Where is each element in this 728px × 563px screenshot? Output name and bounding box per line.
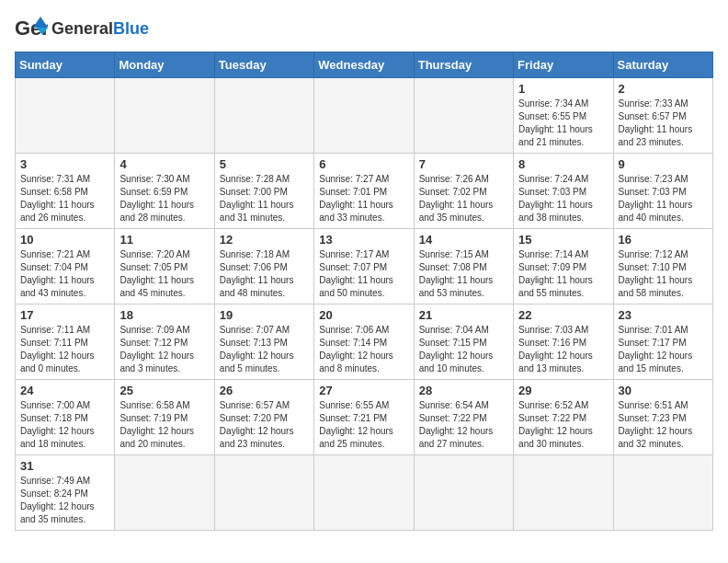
day-number: 11 bbox=[119, 233, 209, 247]
day-info: Sunrise: 6:55 AM Sunset: 7:21 PM Dayligh… bbox=[319, 399, 408, 451]
day-number: 7 bbox=[419, 157, 508, 171]
day-number: 5 bbox=[220, 157, 309, 171]
day-number: 2 bbox=[619, 82, 708, 96]
day-cell: 2Sunrise: 7:33 AM Sunset: 6:57 PM Daylig… bbox=[613, 78, 712, 154]
logo: General GeneralBlue bbox=[15, 15, 149, 42]
day-cell: 24Sunrise: 7:00 AM Sunset: 7:18 PM Dayli… bbox=[16, 380, 115, 455]
day-cell: 21Sunrise: 7:04 AM Sunset: 7:15 PM Dayli… bbox=[414, 304, 513, 380]
day-cell: 27Sunrise: 6:55 AM Sunset: 7:21 PM Dayli… bbox=[314, 380, 414, 455]
day-number: 17 bbox=[20, 308, 109, 322]
day-cell: 19Sunrise: 7:07 AM Sunset: 7:13 PM Dayli… bbox=[214, 304, 313, 380]
day-info: Sunrise: 7:17 AM Sunset: 7:07 PM Dayligh… bbox=[319, 248, 408, 300]
day-info: Sunrise: 7:04 AM Sunset: 7:15 PM Dayligh… bbox=[419, 324, 508, 375]
day-info: Sunrise: 7:14 AM Sunset: 7:09 PM Dayligh… bbox=[518, 248, 608, 300]
day-info: Sunrise: 7:49 AM Sunset: 8:24 PM Dayligh… bbox=[20, 475, 109, 526]
day-info: Sunrise: 7:07 AM Sunset: 7:13 PM Dayligh… bbox=[220, 324, 309, 375]
day-cell: 17Sunrise: 7:11 AM Sunset: 7:11 PM Dayli… bbox=[16, 304, 115, 380]
day-number: 6 bbox=[319, 157, 408, 171]
week-row-5: 24Sunrise: 7:00 AM Sunset: 7:18 PM Dayli… bbox=[16, 380, 713, 455]
day-number: 28 bbox=[419, 384, 508, 397]
day-info: Sunrise: 7:11 AM Sunset: 7:11 PM Dayligh… bbox=[20, 324, 109, 375]
weekday-header-friday: Friday bbox=[514, 52, 613, 78]
day-info: Sunrise: 6:52 AM Sunset: 7:22 PM Dayligh… bbox=[518, 399, 608, 451]
day-cell: 28Sunrise: 6:54 AM Sunset: 7:22 PM Dayli… bbox=[414, 380, 513, 455]
week-row-3: 10Sunrise: 7:21 AM Sunset: 7:04 PM Dayli… bbox=[16, 229, 713, 304]
day-cell bbox=[16, 78, 115, 154]
day-info: Sunrise: 7:34 AM Sunset: 6:55 PM Dayligh… bbox=[518, 98, 608, 149]
day-info: Sunrise: 7:09 AM Sunset: 7:12 PM Dayligh… bbox=[119, 324, 209, 375]
day-cell: 11Sunrise: 7:20 AM Sunset: 7:05 PM Dayli… bbox=[115, 229, 214, 304]
day-info: Sunrise: 7:06 AM Sunset: 7:14 PM Dayligh… bbox=[319, 324, 408, 375]
day-cell bbox=[214, 455, 313, 531]
logo-icon: General bbox=[15, 15, 48, 42]
day-cell: 30Sunrise: 6:51 AM Sunset: 7:23 PM Dayli… bbox=[613, 380, 712, 455]
day-number: 18 bbox=[119, 308, 209, 322]
day-info: Sunrise: 6:58 AM Sunset: 7:19 PM Dayligh… bbox=[119, 399, 209, 451]
day-number: 22 bbox=[518, 308, 608, 322]
week-row-2: 3Sunrise: 7:31 AM Sunset: 6:58 PM Daylig… bbox=[16, 154, 713, 229]
day-info: Sunrise: 7:12 AM Sunset: 7:10 PM Dayligh… bbox=[619, 248, 708, 300]
day-cell bbox=[514, 455, 613, 531]
day-number: 8 bbox=[518, 157, 608, 171]
calendar: SundayMondayTuesdayWednesdayThursdayFrid… bbox=[15, 52, 713, 531]
day-info: Sunrise: 7:00 AM Sunset: 7:18 PM Dayligh… bbox=[20, 399, 109, 451]
day-cell bbox=[414, 78, 513, 154]
weekday-header-row: SundayMondayTuesdayWednesdayThursdayFrid… bbox=[16, 52, 713, 78]
day-cell: 6Sunrise: 7:27 AM Sunset: 7:01 PM Daylig… bbox=[314, 154, 414, 229]
day-info: Sunrise: 7:31 AM Sunset: 6:58 PM Dayligh… bbox=[20, 173, 109, 224]
day-info: Sunrise: 7:27 AM Sunset: 7:01 PM Dayligh… bbox=[319, 173, 408, 224]
day-number: 9 bbox=[619, 157, 708, 171]
day-number: 21 bbox=[419, 308, 508, 322]
day-info: Sunrise: 6:57 AM Sunset: 7:20 PM Dayligh… bbox=[220, 399, 309, 451]
week-row-6: 31Sunrise: 7:49 AM Sunset: 8:24 PM Dayli… bbox=[16, 455, 713, 531]
day-number: 10 bbox=[20, 233, 109, 247]
day-cell bbox=[314, 78, 414, 154]
logo-text: GeneralBlue bbox=[51, 20, 149, 37]
day-cell: 5Sunrise: 7:28 AM Sunset: 7:00 PM Daylig… bbox=[214, 154, 313, 229]
day-number: 19 bbox=[220, 308, 309, 322]
day-cell: 1Sunrise: 7:34 AM Sunset: 6:55 PM Daylig… bbox=[514, 78, 613, 154]
day-number: 4 bbox=[119, 157, 209, 171]
day-info: Sunrise: 7:24 AM Sunset: 7:03 PM Dayligh… bbox=[518, 173, 608, 224]
day-number: 29 bbox=[518, 384, 608, 397]
weekday-header-tuesday: Tuesday bbox=[214, 52, 313, 78]
day-cell: 29Sunrise: 6:52 AM Sunset: 7:22 PM Dayli… bbox=[514, 380, 613, 455]
day-cell: 14Sunrise: 7:15 AM Sunset: 7:08 PM Dayli… bbox=[414, 229, 513, 304]
day-number: 3 bbox=[20, 157, 109, 171]
day-number: 1 bbox=[518, 82, 608, 96]
day-info: Sunrise: 7:26 AM Sunset: 7:02 PM Dayligh… bbox=[419, 173, 508, 224]
day-info: Sunrise: 7:23 AM Sunset: 7:03 PM Dayligh… bbox=[619, 173, 708, 224]
day-cell bbox=[414, 455, 513, 531]
day-info: Sunrise: 7:33 AM Sunset: 6:57 PM Dayligh… bbox=[619, 98, 708, 149]
day-info: Sunrise: 7:30 AM Sunset: 6:59 PM Dayligh… bbox=[119, 173, 209, 224]
day-cell: 20Sunrise: 7:06 AM Sunset: 7:14 PM Dayli… bbox=[314, 304, 414, 380]
day-cell: 4Sunrise: 7:30 AM Sunset: 6:59 PM Daylig… bbox=[115, 154, 214, 229]
day-number: 24 bbox=[20, 384, 109, 397]
day-number: 20 bbox=[319, 308, 408, 322]
weekday-header-thursday: Thursday bbox=[414, 52, 513, 78]
day-cell: 13Sunrise: 7:17 AM Sunset: 7:07 PM Dayli… bbox=[314, 229, 414, 304]
day-number: 27 bbox=[319, 384, 408, 397]
day-cell: 31Sunrise: 7:49 AM Sunset: 8:24 PM Dayli… bbox=[16, 455, 115, 531]
day-number: 14 bbox=[419, 233, 508, 247]
day-number: 31 bbox=[20, 459, 109, 473]
day-cell: 26Sunrise: 6:57 AM Sunset: 7:20 PM Dayli… bbox=[214, 380, 313, 455]
day-number: 26 bbox=[220, 384, 309, 397]
day-number: 13 bbox=[319, 233, 408, 247]
day-cell bbox=[314, 455, 414, 531]
day-cell: 12Sunrise: 7:18 AM Sunset: 7:06 PM Dayli… bbox=[214, 229, 313, 304]
day-cell: 25Sunrise: 6:58 AM Sunset: 7:19 PM Dayli… bbox=[115, 380, 214, 455]
day-cell bbox=[115, 455, 214, 531]
day-cell: 9Sunrise: 7:23 AM Sunset: 7:03 PM Daylig… bbox=[613, 154, 712, 229]
day-cell bbox=[613, 455, 712, 531]
day-info: Sunrise: 7:15 AM Sunset: 7:08 PM Dayligh… bbox=[419, 248, 508, 300]
weekday-header-monday: Monday bbox=[115, 52, 214, 78]
day-cell: 7Sunrise: 7:26 AM Sunset: 7:02 PM Daylig… bbox=[414, 154, 513, 229]
day-number: 25 bbox=[119, 384, 209, 397]
day-cell bbox=[115, 78, 214, 154]
day-cell: 23Sunrise: 7:01 AM Sunset: 7:17 PM Dayli… bbox=[613, 304, 712, 380]
day-cell bbox=[214, 78, 313, 154]
day-info: Sunrise: 7:20 AM Sunset: 7:05 PM Dayligh… bbox=[119, 248, 209, 300]
day-number: 15 bbox=[518, 233, 608, 247]
day-info: Sunrise: 7:21 AM Sunset: 7:04 PM Dayligh… bbox=[20, 248, 109, 300]
